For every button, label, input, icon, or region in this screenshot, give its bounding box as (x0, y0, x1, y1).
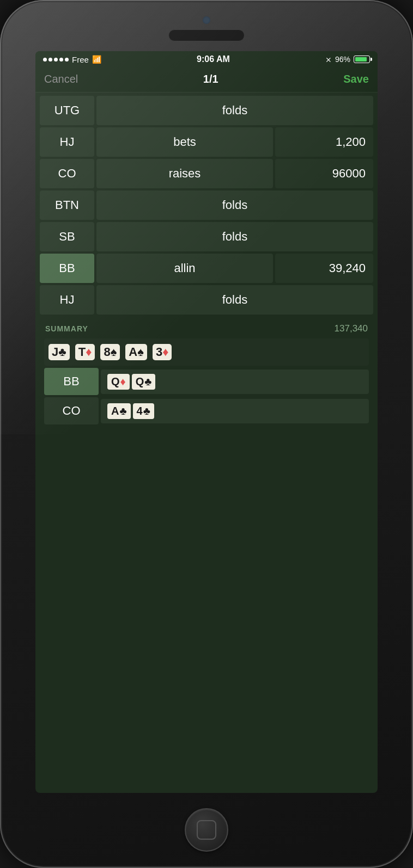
hand-card-0-0: Q♦ (107, 374, 130, 390)
player-button-sb-4[interactable]: SB (40, 222, 94, 251)
board-card-2: 8♠ (100, 344, 120, 360)
player-button-hj-1[interactable]: HJ (40, 127, 94, 157)
signal-dots (43, 58, 69, 61)
carrier-label: Free (72, 55, 89, 64)
board-card-3: A♠ (125, 344, 147, 360)
battery-indicator (354, 56, 370, 63)
amount-display-5: 39,240 (275, 254, 373, 283)
home-button[interactable] (185, 808, 228, 852)
board-card-1: T♦ (75, 344, 95, 360)
board-card-0: J♣ (48, 344, 70, 360)
hand-player-co[interactable]: CO (44, 397, 99, 424)
table-row: HJfolds (40, 285, 373, 315)
summary-label: SUMMARY (45, 324, 88, 333)
hand-player-bb[interactable]: BB (44, 368, 99, 395)
hand-row-0: BBQ♦Q♣ (44, 368, 369, 395)
summary-header: SUMMARY 137,340 (44, 321, 369, 338)
action-button-0[interactable]: folds (96, 96, 373, 125)
table-row: HJbets1,200 (40, 127, 373, 157)
time-display: 9:06 AM (197, 54, 230, 64)
table-row: BTNfolds (40, 190, 373, 220)
phone-frame: Free 📶 9:06 AM ⨯ 96% Cancel 1/1 Save (0, 0, 413, 868)
table-row: COraises96000 (40, 159, 373, 188)
player-button-bb-5[interactable]: BB (40, 254, 94, 283)
status-left: Free 📶 (43, 55, 101, 64)
hand-cards-0: Q♦Q♣ (101, 370, 369, 394)
hand-card-1-1: 4♣ (133, 403, 154, 419)
action-rows: UTGfoldsHJbets1,200COraises96000BTNfolds… (40, 96, 373, 315)
phone-top (0, 0, 413, 41)
player-button-btn-3[interactable]: BTN (40, 190, 94, 220)
action-button-5[interactable]: allin (96, 254, 273, 283)
status-right: ⨯ 96% (325, 55, 370, 64)
action-button-6[interactable]: folds (96, 285, 373, 315)
actions-container: UTGfoldsHJbets1,200COraises96000BTNfolds… (35, 93, 378, 793)
nav-title: 1/1 (203, 73, 218, 85)
action-button-1[interactable]: bets (96, 127, 273, 157)
phone-bottom (0, 803, 413, 868)
wifi-icon: 📶 (92, 55, 101, 64)
action-button-2[interactable]: raises (96, 159, 273, 188)
speaker (168, 29, 245, 41)
hand-cards-1: A♣4♣ (101, 399, 369, 423)
board-row: J♣T♦8♠A♠3♦ (44, 338, 369, 366)
nav-bar: Cancel 1/1 Save (35, 67, 378, 93)
summary-total: 137,340 (335, 323, 368, 334)
bluetooth-icon: ⨯ (325, 55, 332, 64)
player-button-co-2[interactable]: CO (40, 159, 94, 188)
camera (202, 15, 211, 25)
hands-container: BBQ♦Q♣COA♣4♣ (44, 368, 369, 424)
action-button-3[interactable]: folds (96, 190, 373, 220)
player-button-hj-6[interactable]: HJ (40, 285, 94, 315)
cancel-button[interactable]: Cancel (44, 73, 78, 85)
hand-card-0-1: Q♣ (132, 374, 156, 390)
home-button-inner (197, 820, 216, 840)
hand-card-1-0: A♣ (107, 403, 131, 419)
action-button-4[interactable]: folds (96, 222, 373, 251)
board-card-4: 3♦ (153, 344, 172, 360)
summary-section: SUMMARY 137,340 J♣T♦8♠A♠3♦ BBQ♦Q♣COA♣4♣ (40, 317, 373, 432)
table-row: BBallin39,240 (40, 254, 373, 283)
screen: Free 📶 9:06 AM ⨯ 96% Cancel 1/1 Save (35, 51, 378, 793)
table-row: SBfolds (40, 222, 373, 251)
hand-row-1: COA♣4♣ (44, 397, 369, 424)
status-bar: Free 📶 9:06 AM ⨯ 96% (35, 51, 378, 67)
save-button[interactable]: Save (343, 73, 369, 85)
amount-display-2: 96000 (275, 159, 373, 188)
amount-display-1: 1,200 (275, 127, 373, 157)
player-button-utg-0[interactable]: UTG (40, 96, 94, 125)
table-row: UTGfolds (40, 96, 373, 125)
battery-pct: 96% (335, 55, 350, 64)
